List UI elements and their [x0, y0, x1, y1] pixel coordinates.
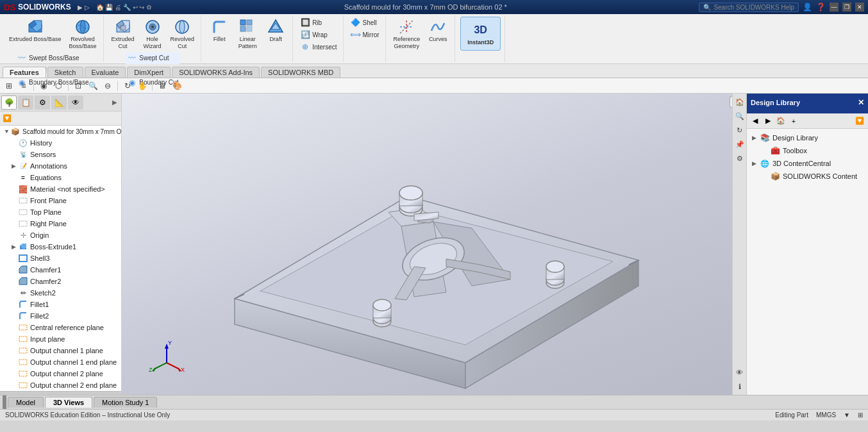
btab-motion-study[interactable]: Motion Study 1 — [94, 397, 157, 408]
tree-resize-handle[interactable] — [3, 395, 6, 409]
pan-btn[interactable]: ✋ — [136, 80, 149, 92]
fillet-button[interactable]: Fillet — [206, 17, 232, 44]
rp-back-btn[interactable]: ◀ — [749, 115, 761, 127]
display-style-btn[interactable]: ≡ — [17, 80, 30, 92]
tree-item-root[interactable]: ▼ 📦 Scaffold mould for 30mm x 7mm OD b — [0, 126, 121, 137]
reference-geometry-button[interactable]: ReferenceGeometry — [391, 17, 423, 51]
zoom-to-fit-btn[interactable]: ⊡ — [72, 80, 85, 92]
shell-button[interactable]: 🔷 Shell — [349, 17, 381, 28]
rp-forward-btn[interactable]: ▶ — [762, 115, 774, 127]
tab-sketch[interactable]: Sketch — [47, 67, 83, 78]
panel-tab-config-manager[interactable]: ⚙ — [35, 96, 50, 110]
btab-3d-views[interactable]: 3D Views — [45, 397, 92, 408]
rotate-btn[interactable]: ↻ — [121, 80, 134, 92]
intersect-button[interactable]: ⊕ Intersect — [298, 41, 338, 53]
linear-pattern-button[interactable]: LinearPattern — [235, 17, 260, 51]
tree-item-fillet2[interactable]: Fillet2 — [0, 310, 121, 322]
grid-icon[interactable]: ⊞ — [858, 411, 863, 419]
tree-item-sketch2[interactable]: ✏ Sketch2 — [0, 287, 121, 299]
tab-evaluate[interactable]: Evaluate — [85, 67, 126, 78]
search-bar[interactable]: 🔍 Search SOLIDWORKS Help — [699, 3, 799, 12]
feature-tree[interactable]: ▼ 📦 Scaffold mould for 30mm x 7mm OD b 🕐… — [0, 126, 121, 391]
instant3d-button[interactable]: 3D Instant3D — [460, 17, 501, 51]
tree-item-origin[interactable]: ✛ Origin — [0, 229, 121, 241]
help-icon[interactable]: ❓ — [816, 3, 826, 12]
tab-addins[interactable]: SOLIDWORKS Add-Ins — [172, 67, 260, 78]
hole-wizard-button[interactable]: HoleWizard — [140, 17, 165, 51]
tree-item-shell3[interactable]: Shell3 — [0, 253, 121, 264]
zoom-out-btn[interactable]: ⊖ — [101, 80, 114, 92]
minimize-btn[interactable]: — — [830, 3, 839, 12]
tree-item-annotations[interactable]: ▶ 📝 Annotations — [0, 160, 121, 172]
panel-tab-feature-manager[interactable]: 🌳 — [1, 96, 17, 110]
rp-item-solidworks-content[interactable]: 📦 SOLIDWORKS Content — [749, 170, 865, 183]
rp-addlocation-btn[interactable]: + — [788, 115, 799, 127]
display-mode-btn[interactable]: 🖥 — [156, 80, 169, 92]
tree-item-history[interactable]: 🕐 History — [0, 137, 121, 149]
curves-button[interactable]: Curves — [425, 17, 451, 44]
tree-item-output-ch2-plane[interactable]: Output channel 2 plane — [0, 368, 121, 379]
mirror-button[interactable]: ⟺ Mirror — [349, 29, 381, 40]
rp-search-icon[interactable]: 🔍 — [734, 110, 746, 122]
btab-model[interactable]: Model — [8, 397, 44, 408]
rp-item-design-library[interactable]: ▶ 📚 Design Library — [749, 131, 865, 144]
appearance-btn[interactable]: 🎨 — [171, 80, 183, 92]
tree-item-fillet1[interactable]: Fillet1 — [0, 299, 121, 310]
3d-viewport[interactable]: Y X Z ⊞ ↗ ⊡ ✕ — [122, 94, 732, 395]
panel-expand-arrow[interactable]: ▶ — [110, 96, 120, 110]
swept-cut-button[interactable]: 〰 Swept Cut — [125, 53, 180, 64]
rp-home-icon[interactable]: 🏠 — [734, 96, 746, 108]
swept-boss-button[interactable]: 〰 Swept Boss/Base — [15, 53, 90, 64]
rp-display-icon[interactable]: 👁 — [734, 367, 746, 378]
panel-tab-property-manager[interactable]: 📋 — [18, 96, 33, 110]
design-library-content[interactable]: ▶ 📚 Design Library 🧰 Toolbox ▶ 🌐 3D Cont… — [747, 129, 868, 395]
view-orientation-btn[interactable]: ⊞ — [3, 80, 15, 92]
wrap-button[interactable]: 🔃 Wrap — [298, 29, 338, 40]
tree-item-top-plane[interactable]: Top Plane — [0, 206, 121, 218]
tree-item-chamfer1[interactable]: Chamfer1 — [0, 264, 121, 276]
tree-item-sensors[interactable]: 📡 Sensors — [0, 149, 121, 160]
rp-settings-icon[interactable]: ⚙ — [734, 153, 746, 164]
design-library-close-btn[interactable]: ✕ — [858, 98, 864, 107]
zoom-in-btn[interactable]: 🔍 — [87, 80, 99, 92]
rp-info-icon[interactable]: ℹ — [734, 381, 746, 392]
viewport-ctrl-4[interactable]: ✕ — [730, 96, 732, 108]
rp-item-3d-content-central[interactable]: ▶ 🌐 3D ContentCentral — [749, 157, 865, 170]
tree-item-right-plane[interactable]: Right Plane — [0, 218, 121, 229]
rp-refresh-icon[interactable]: ↻ — [734, 124, 746, 136]
tree-item-material[interactable]: 🧱 Material <not specified> — [0, 183, 121, 195]
extruded-boss-button[interactable]: Extruded Boss/Base — [6, 17, 64, 44]
tree-item-equations[interactable]: = Equations — [0, 172, 121, 183]
tab-mbd[interactable]: SOLIDWORKS MBD — [261, 67, 340, 78]
hide-show-btn[interactable]: ◉ — [37, 80, 50, 92]
revolved-boss-button[interactable]: RevolvedBoss/Base — [67, 17, 99, 51]
tree-item-front-plane[interactable]: Front Plane — [0, 195, 121, 206]
tab-features[interactable]: Features — [3, 67, 46, 78]
panel-tab-display-manager[interactable]: 👁 — [68, 96, 83, 110]
rp-home-btn[interactable]: 🏠 — [775, 115, 787, 127]
resize-handle[interactable] — [0, 391, 121, 395]
tree-item-output-ch2-end[interactable]: Output channel 2 end plane — [0, 379, 121, 391]
tree-item-boss-extrude1[interactable]: ▶ Boss-Extrude1 — [0, 241, 121, 253]
user-icon[interactable]: 👤 — [803, 3, 812, 12]
maximize-btn[interactable]: ❐ — [842, 3, 851, 12]
tree-item-output-ch1-plane[interactable]: Output channel 1 plane — [0, 345, 121, 356]
tree-item-central-ref-plane[interactable]: Central reference plane — [0, 322, 121, 333]
panel-tab-dimxpert[interactable]: 📐 — [51, 96, 67, 110]
filter-icon[interactable]: 🔽 — [3, 114, 12, 122]
menu-arrows[interactable]: ▶ ▷ — [78, 4, 90, 11]
tree-item-output-ch1-end[interactable]: Output channel 1 end plane — [0, 356, 121, 368]
revolved-cut-button[interactable]: RevolvedCut — [168, 17, 197, 51]
menu-icons[interactable]: 🏠 💾 🖨 🔧 ↩ ↪ ⚙ — [96, 4, 153, 11]
rp-filter-btn[interactable]: 🔽 — [854, 115, 865, 127]
rp-item-toolbox[interactable]: 🧰 Toolbox — [749, 144, 865, 157]
tree-item-chamfer2[interactable]: Chamfer2 — [0, 276, 121, 287]
close-btn[interactable]: ✕ — [855, 3, 864, 12]
extruded-cut-button[interactable]: ExtrudedCut — [109, 17, 137, 51]
rp-bookmark-icon[interactable]: 📌 — [734, 138, 746, 150]
section-view-btn[interactable]: ⬡ — [52, 80, 65, 92]
tree-item-input-plane[interactable]: Input plane — [0, 333, 121, 345]
draft-button[interactable]: Draft — [263, 17, 288, 44]
rib-button[interactable]: 🔲 Rib — [298, 17, 338, 28]
tab-dimxpert[interactable]: DimXpert — [127, 67, 171, 78]
